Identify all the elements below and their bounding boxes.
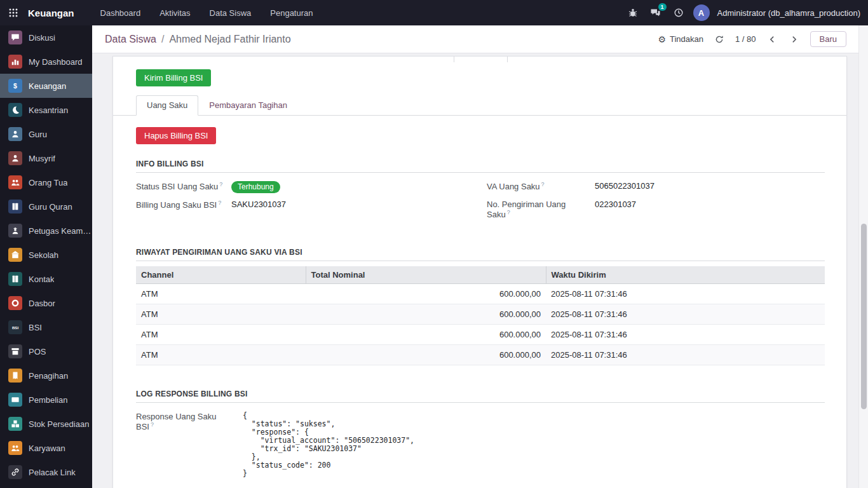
table-row[interactable]: ATM 600.000,00 2025-08-11 07:31:46 [136,304,825,325]
sidebar-item-dasbor[interactable]: Dasbor [0,291,92,315]
sidebar-item-penagihan[interactable]: Penagihan [0,363,92,388]
sidebar-item-pos[interactable]: POS [0,339,92,363]
table-row[interactable]: ATM 600.000,00 2025-08-11 07:31:46 [136,284,825,304]
column-header-channel[interactable]: Channel [136,266,306,284]
field-no-pengiriman-uang-saku: No. Pengiriman Uang Saku? 022301037 [487,196,825,222]
notebook-tabs: Uang Saku Pembayaran Tagihan [113,95,846,116]
content-area: Kirim Billing BSI Uang Saku Pembayaran T… [92,53,868,488]
topbar-menu-aktivitas[interactable]: Aktivitas [150,0,200,25]
app-name[interactable]: Keuangan [28,8,74,18]
topbar-menu-pengaturan[interactable]: Pengaturan [261,0,322,25]
sidebar-item-keuangan[interactable]: $ Keuangan [0,74,92,98]
breadcrumb-link-data-siswa[interactable]: Data Siswa [105,34,156,45]
pager-previous-button[interactable] [766,32,778,46]
school-icon [8,248,22,262]
breadcrumb-separator: / [161,34,164,45]
moon-icon [8,103,22,117]
sidebar-item-orang-tua[interactable]: Orang Tua [0,170,92,194]
sidebar-item-kesantrian[interactable]: Kesantrian [0,98,92,122]
sidebar-item-stok-persediaan[interactable]: Stok Persediaan [0,412,92,436]
refresh-icon [715,35,724,44]
sidebar-item-kontak[interactable]: Kontak [0,267,92,291]
field-value: 5065022301037 [595,181,654,191]
sidebar-item-guru-quran[interactable]: Guru Quran [0,194,92,219]
topbar-menu-dashboard[interactable]: Dashboard [91,0,151,25]
help-icon[interactable]: ? [151,421,154,428]
sidebar-item-sekolah[interactable]: Sekolah [0,243,92,267]
column-header-waktu-dikirim[interactable]: Waktu Dikirim [546,266,825,284]
pager-value[interactable]: 1 / 80 [735,34,756,44]
help-icon[interactable]: ? [541,181,545,187]
user-menu-avatar[interactable]: A [693,4,710,22]
debug-bug-button[interactable] [624,4,642,22]
section-title-log-response: LOG RESPONSE BILLING BSI [136,390,825,398]
table-row[interactable]: ATM 600.000,00 2025-08-11 07:31:46 [136,345,825,365]
help-icon[interactable]: ? [507,209,510,215]
hapus-billing-bsi-button[interactable]: Hapus Billing BSI [136,127,216,144]
scrollbar-thumb[interactable] [861,224,867,409]
sidebar-item-label: Stok Persediaan [29,419,89,429]
chat-icon [8,30,22,44]
dollar-icon: $ [8,79,22,93]
section-divider [136,261,825,261]
sidebar-item-musyrif[interactable]: Musyrif [0,146,92,170]
topbar: Keuangan Dashboard Aktivitas Data Siswa … [0,0,868,25]
sidebar-item-guru[interactable]: Guru [0,122,92,146]
apps-grid-button[interactable] [0,0,27,25]
sidebar-item-label: Keuangan [29,81,66,91]
sidebar-item-label: Diskusi [29,33,55,43]
vertical-scrollbar[interactable] [858,25,868,488]
person-icon [8,127,22,141]
sidebar-item-pelacak-link[interactable]: Pelacak Link [0,460,92,484]
field-value: SAKU2301037 [231,200,286,209]
cell-channel: ATM [136,325,306,345]
sidebar: Diskusi My Dashboard $ Keuangan Kesantri… [0,25,92,488]
cell-waktu: 2025-08-11 07:31:46 [546,345,825,365]
sidebar-item-bsi[interactable]: BSI BSI [0,315,92,339]
kirim-billing-bsi-button[interactable]: Kirim Billing BSI [136,69,211,86]
cell-channel: ATM [136,304,306,325]
field-billing-uang-saku-bsi: Billing Uang Saku BSI? SAKU2301037 [136,196,487,222]
sheet-top-tick [454,57,454,62]
sidebar-item-label: My Dashboard [29,57,83,67]
avatar: A [693,4,710,21]
pager-next-button[interactable] [788,32,801,46]
messages-button[interactable]: 1 [647,4,665,22]
tab-pembayaran-tagihan[interactable]: Pembayaran Tagihan [198,95,298,116]
sidebar-item-my-dashboard[interactable]: My Dashboard [0,50,92,74]
new-record-button[interactable]: Baru [810,31,846,47]
refresh-button[interactable] [713,32,726,46]
boxes-icon [8,417,22,431]
topbar-menu-data-siswa[interactable]: Data Siswa [200,0,261,25]
gear-icon: ⚙ [658,34,666,44]
help-icon[interactable]: ? [218,200,221,206]
tab-uang-saku[interactable]: Uang Saku [136,95,198,116]
address-book-icon [8,272,22,286]
guard-icon [8,224,22,238]
sidebar-item-karyawan[interactable]: Karyawan [0,436,92,460]
field-label: No. Pengiriman Uang Saku? [487,200,595,219]
status-badge: Terhubung [231,181,280,193]
book-icon [8,200,22,214]
cell-waktu: 2025-08-11 07:31:46 [546,284,825,304]
help-icon[interactable]: ? [219,181,222,187]
sidebar-item-label: Pelacak Link [29,468,76,477]
svg-text:$: $ [13,82,17,90]
shop-icon [8,344,22,358]
field-label: Billing Uang Saku BSI? [136,200,231,210]
apps-grid-icon [8,8,18,18]
sidebar-item-pembelian[interactable]: Pembelian [0,388,92,412]
field-status-bsi-uang-saku: Status BSI Uang Saku? Terhubung [136,178,487,196]
table-row[interactable]: ATM 600.000,00 2025-08-11 07:31:46 [136,325,825,345]
activities-button[interactable] [670,4,688,22]
form-sheet: Kirim Billing BSI Uang Saku Pembayaran T… [112,56,847,488]
sidebar-item-diskusi[interactable]: Diskusi [0,25,92,50]
bsi-logo-icon: BSI [8,320,22,334]
sidebar-item-label: Karyawan [29,444,65,453]
sidebar-item-partial[interactable] [0,484,92,488]
actions-dropdown-button[interactable]: ⚙ Tindakan [658,34,703,44]
cell-channel: ATM [136,345,306,365]
user-name[interactable]: Administrator (db_alhamra_production) [717,8,860,18]
sidebar-item-petugas-keamanan[interactable]: Petugas Keam… [0,219,92,243]
column-header-total-nominal[interactable]: Total Nominal [306,266,546,284]
